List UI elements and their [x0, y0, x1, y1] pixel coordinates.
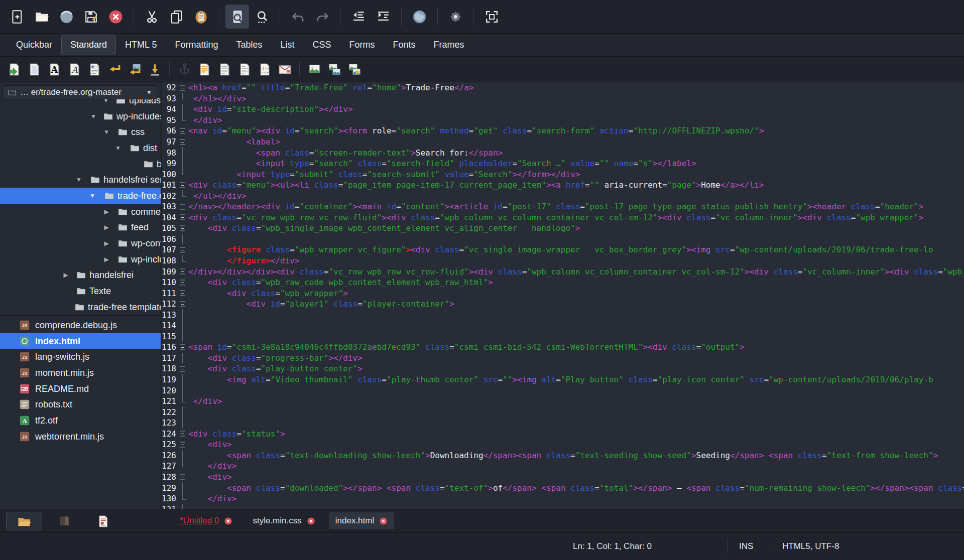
- document-tab-untitled-0[interactable]: *Untitled 0: [173, 512, 239, 529]
- save-as-button[interactable]: [79, 5, 103, 29]
- code-line-116[interactable]: 116<span id="csmi-3e8a18c94046c4ffbd0372…: [162, 342, 964, 353]
- collapse-arrow-icon[interactable]: ▼: [89, 192, 96, 199]
- code-line-128[interactable]: 128 <div>: [162, 472, 964, 483]
- tree-item-comments[interactable]: ▶comments: [0, 204, 161, 220]
- tree-item-handelsfrei-serve[interactable]: ▼handelsfrei serve: [0, 172, 161, 188]
- file-item-lang-switch-js[interactable]: JSlang-switch.js: [0, 349, 161, 365]
- tree-item-trade-free-org[interactable]: ▼trade-free.org-: [0, 188, 161, 204]
- expand-arrow-icon[interactable]: ▶: [103, 224, 110, 231]
- file-item-comprende-debug-js[interactable]: JScomprende.debug.js: [0, 317, 161, 333]
- close-tab-icon[interactable]: [379, 517, 388, 525]
- code-line-98[interactable]: 98 <span class="screen-reader-text">Sear…: [162, 147, 964, 158]
- fold-toggle-icon[interactable]: [176, 125, 188, 136]
- paragraph-button[interactable]: [84, 59, 104, 79]
- fold-toggle-icon[interactable]: [176, 244, 188, 255]
- tree-item-wp-includes[interactable]: ▶wp-includes: [0, 251, 161, 267]
- unindent-button[interactable]: [347, 5, 371, 29]
- find-again-button[interactable]: [250, 5, 274, 29]
- thumbnail-button[interactable]: [324, 59, 344, 79]
- code-line-122[interactable]: 122: [162, 406, 964, 417]
- code-line-127[interactable]: 127 </div>: [162, 461, 964, 472]
- code-line-94[interactable]: 94 <div id="site-description"></div>: [162, 104, 964, 115]
- code-line-125[interactable]: 125 <div>: [162, 439, 964, 450]
- code-line-96[interactable]: 96<nav id="menu"><div id="search"><form …: [162, 125, 964, 136]
- cut-button[interactable]: [140, 5, 164, 29]
- file-item-robots-txt[interactable]: robots.txt: [0, 396, 161, 412]
- code-line-99[interactable]: 99 <input type="search" class="search-fi…: [162, 158, 964, 169]
- toolbar-tab-formatting[interactable]: Formatting: [166, 35, 227, 55]
- fold-toggle-icon[interactable]: [176, 342, 188, 353]
- save-button[interactable]: [55, 5, 78, 29]
- code-line-109[interactable]: 109</div></div></div><div class="vc_row …: [162, 266, 964, 277]
- toolbar-tab-quickbar[interactable]: Quickbar: [7, 35, 61, 55]
- file-item-tf2-otf[interactable]: Atf2.otf: [0, 412, 161, 429]
- code-line-120[interactable]: 120: [162, 385, 964, 396]
- tree-item-dist[interactable]: ▼dist: [0, 140, 161, 156]
- undo-button[interactable]: [286, 5, 310, 29]
- code-line-115[interactable]: 115: [162, 331, 964, 342]
- code-line-110[interactable]: 110 <div class="wpb_raw_code wpb_content…: [162, 277, 964, 288]
- code-line-106[interactable]: 106: [162, 234, 964, 245]
- code-line-113[interactable]: 113: [162, 309, 964, 320]
- break-and-clear-button[interactable]: [125, 59, 145, 79]
- fold-toggle-icon[interactable]: [176, 201, 188, 212]
- close-document-button[interactable]: [104, 5, 128, 29]
- file-browser-button[interactable]: [6, 512, 42, 530]
- code-line-119[interactable]: 119 <img alt="Video thumbnail" class="pl…: [162, 374, 964, 385]
- code-line-92[interactable]: 92<h1><a href="" title="Trade-Free" rel=…: [162, 82, 964, 93]
- fold-toggle-icon[interactable]: [176, 266, 188, 277]
- toolbar-tab-forms[interactable]: Forms: [340, 35, 384, 55]
- toolbar-tab-list[interactable]: List: [272, 35, 304, 55]
- code-line-126[interactable]: 126 <span class="text-downloading show-l…: [162, 450, 964, 461]
- code-line-129[interactable]: 129 <span class="downloaded"></span> <sp…: [162, 482, 964, 493]
- code-line-95[interactable]: 95 </div>: [162, 115, 964, 126]
- expand-arrow-icon[interactable]: ▶: [103, 240, 110, 247]
- body-button[interactable]: [24, 59, 44, 79]
- code-line-118[interactable]: 118 <div class="play-button center">: [162, 363, 964, 374]
- code-line-111[interactable]: 111 <div class="wpb_wrapper">: [162, 288, 964, 299]
- expand-arrow-icon[interactable]: ▶: [103, 256, 110, 263]
- code-line-108[interactable]: 108 </figure></div>: [162, 255, 964, 266]
- bookmarks-button[interactable]: [53, 512, 75, 530]
- indent-button[interactable]: [372, 5, 395, 29]
- code-line-124[interactable]: 124<div class="status">: [162, 429, 964, 440]
- code-line-117[interactable]: 117 <div class="progress-bar"></div>: [162, 353, 964, 364]
- toolbar-tab-html-5[interactable]: HTML 5: [116, 35, 166, 55]
- fullscreen-button[interactable]: [480, 5, 504, 29]
- file-item-index-html[interactable]: index.html: [0, 333, 161, 349]
- fold-toggle-icon[interactable]: [176, 472, 188, 483]
- fold-toggle-icon[interactable]: [176, 288, 188, 299]
- code-line-105[interactable]: 105 <div class="wpb_single_image wpb_con…: [162, 223, 964, 234]
- fold-toggle-icon[interactable]: [176, 429, 188, 440]
- code-line-112[interactable]: 112 <div id="player1" class="player-cont…: [162, 299, 964, 310]
- bold-button[interactable]: A: [44, 59, 64, 79]
- preferences-button[interactable]: [444, 5, 467, 29]
- code-line-102[interactable]: 102 </ul></div>: [162, 190, 964, 201]
- fold-toggle-icon[interactable]: [176, 212, 188, 223]
- code-line-121[interactable]: 121 </div>: [162, 396, 964, 407]
- collapse-arrow-icon[interactable]: ▼: [103, 128, 110, 135]
- fold-toggle-icon[interactable]: [176, 363, 188, 374]
- close-tab-icon[interactable]: [307, 517, 315, 525]
- tree-item-wp-includes[interactable]: ▼wp-includes: [0, 108, 161, 124]
- toolbar-tab-frames[interactable]: Frames: [425, 35, 473, 55]
- fold-toggle-icon[interactable]: [176, 223, 188, 234]
- expand-arrow-icon[interactable]: ▶: [62, 271, 69, 278]
- code-line-93[interactable]: 93 </h1></div>: [162, 93, 964, 104]
- span-button[interactable]: [214, 59, 234, 79]
- code-line-123[interactable]: 123: [162, 417, 964, 429]
- toolbar-tab-standard[interactable]: Standard: [61, 35, 116, 55]
- file-item-readme-md[interactable]: README.md: [0, 381, 161, 397]
- code-line-100[interactable]: 100 <input type="submit" class="search-s…: [162, 169, 964, 180]
- fold-toggle-icon[interactable]: [176, 439, 188, 450]
- italic-button[interactable]: A: [64, 59, 84, 79]
- tree-item-wp-content[interactable]: ▶wp-content: [0, 235, 161, 251]
- code-line-97[interactable]: 97 <label>: [162, 136, 964, 148]
- code-line-103[interactable]: 103</nav></header><div id="container"><m…: [162, 201, 964, 212]
- code-line-107[interactable]: 107 <figure class="wpb_wrapper vc_figure…: [162, 244, 964, 255]
- tree-item-feed[interactable]: ▶feed: [0, 220, 161, 236]
- tree-item-texte[interactable]: Texte: [0, 283, 161, 299]
- multi-thumbnail-button[interactable]: [344, 59, 365, 79]
- non-breaking-space-button[interactable]: [145, 59, 165, 79]
- copy-button[interactable]: [165, 5, 188, 29]
